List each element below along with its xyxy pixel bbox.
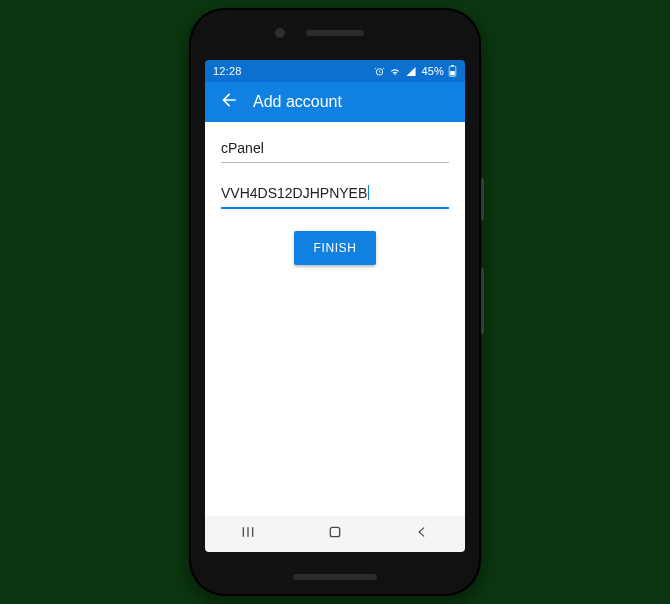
content-area: VVH4DS12DJHPNYEB FINISH bbox=[205, 122, 465, 516]
system-nav-bar bbox=[205, 516, 465, 552]
battery-icon bbox=[448, 65, 457, 77]
nav-back-icon bbox=[415, 524, 429, 544]
nav-recents-button[interactable] bbox=[228, 520, 268, 548]
phone-chin-speaker bbox=[293, 574, 377, 580]
wifi-icon bbox=[389, 66, 401, 77]
recents-icon bbox=[239, 524, 257, 544]
secret-key-input[interactable]: VVH4DS12DJHPNYEB bbox=[221, 177, 449, 209]
arrow-back-icon bbox=[219, 90, 239, 114]
text-caret bbox=[368, 185, 369, 200]
phone-camera bbox=[275, 28, 285, 38]
status-time: 12:28 bbox=[213, 65, 242, 77]
alarm-icon bbox=[374, 66, 385, 77]
phone-frame: 12:28 45% bbox=[189, 8, 481, 596]
back-button[interactable] bbox=[213, 86, 245, 118]
secret-key-value: VVH4DS12DJHPNYEB bbox=[221, 185, 367, 201]
screen: 12:28 45% bbox=[205, 60, 465, 552]
finish-button[interactable]: FINISH bbox=[294, 231, 377, 265]
svg-rect-3 bbox=[450, 71, 455, 75]
nav-home-button[interactable] bbox=[315, 520, 355, 548]
status-battery-text: 45% bbox=[421, 65, 444, 77]
app-bar: Add account bbox=[205, 82, 465, 122]
svg-rect-2 bbox=[451, 65, 454, 66]
app-bar-title: Add account bbox=[253, 93, 342, 111]
phone-side-button bbox=[481, 178, 484, 220]
status-bar: 12:28 45% bbox=[205, 60, 465, 82]
home-icon bbox=[327, 524, 343, 544]
signal-icon bbox=[405, 66, 417, 77]
svg-rect-7 bbox=[330, 527, 339, 536]
account-name-input[interactable] bbox=[221, 132, 449, 163]
nav-back-button[interactable] bbox=[402, 520, 442, 548]
phone-side-button bbox=[481, 268, 484, 334]
phone-earpiece bbox=[306, 30, 364, 36]
